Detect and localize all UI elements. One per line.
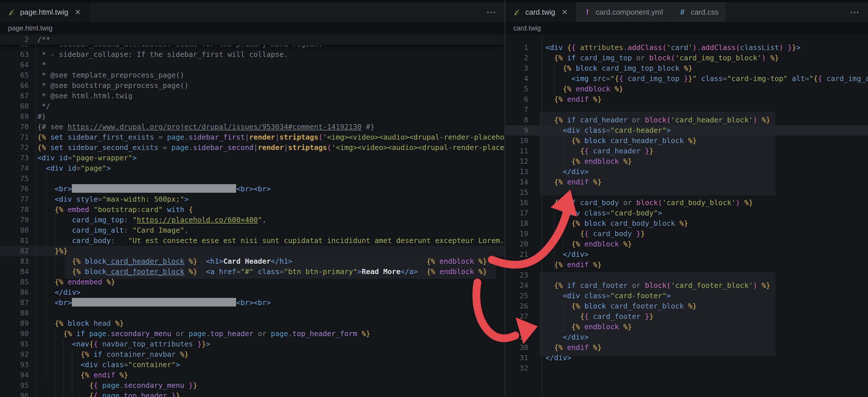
- line-number: 88: [0, 308, 29, 318]
- editor-actions-right[interactable]: ⋯: [841, 6, 868, 18]
- code-line-85: 85 {% endembed %}: [0, 277, 505, 287]
- line-number: 84: [0, 267, 29, 277]
- code-line-15: 15: [505, 187, 868, 197]
- line-number: 29: [505, 332, 528, 342]
- line-number: 95: [0, 380, 29, 391]
- code-line-83: 83 {% block card_header_block %} <h1>Car…: [0, 256, 505, 267]
- code-line-69: 69#}: [0, 112, 505, 122]
- editor-group-left: page.html.twig ✕ ⋯ page.html.twig 62 * -…: [0, 0, 505, 397]
- line-number: 27: [505, 311, 528, 322]
- line-number: 63: [0, 50, 29, 60]
- tab-page-html-twig[interactable]: page.html.twig ✕: [0, 2, 89, 22]
- code-line-93: 93 <div class="container">: [0, 360, 505, 370]
- line-number: 28: [505, 322, 528, 332]
- line-number: 78: [0, 205, 29, 215]
- code-line-14: 14 {% endif %}: [505, 177, 868, 187]
- code-line-80: 80 card_img_alt: "Card Image",: [0, 225, 505, 236]
- code-line-67: 67 * @see html.html.twig: [0, 91, 505, 101]
- line-number: 96: [0, 391, 29, 397]
- line-number: 17: [505, 208, 528, 218]
- code-line-96: 96 {{ page.top_header }}: [0, 391, 505, 397]
- code-line-65: 65 * @see template_preprocess_page(): [0, 70, 505, 81]
- close-icon[interactable]: ✕: [561, 8, 568, 17]
- editor-left[interactable]: 62 * - sidebar_second_attributes: Items …: [0, 34, 505, 397]
- tab-label: card.twig: [525, 8, 555, 17]
- tab-card-component-yml[interactable]: ! card.component.yml: [576, 2, 671, 22]
- code-line-7: 7: [505, 104, 868, 115]
- code-line-20: 20 {% endblock %}: [505, 239, 868, 249]
- code-line-4: 4 <img src="{{ card_img_top }}" class="c…: [505, 73, 868, 84]
- line-number: 67: [0, 91, 29, 101]
- code-line-81: 81 card_body: "Ut est consecte esse est …: [0, 236, 505, 246]
- code-line-16: 16 {% if card_body or block('card_body_b…: [505, 197, 868, 208]
- line-number: 15: [505, 187, 528, 197]
- vscode-window: page.html.twig ✕ ⋯ page.html.twig 62 * -…: [0, 0, 868, 397]
- code-line-90: 90 {% if page.secondary_menu or page.top…: [0, 329, 505, 339]
- code-line-10: 10 {% block card_header_block %}: [505, 135, 868, 146]
- code-line-19: 19 {{ card_body }}: [505, 229, 868, 239]
- sticky-scroll-line: 2/**: [0, 34, 505, 45]
- line-number: 31: [505, 353, 528, 363]
- line-number: 74: [0, 163, 29, 174]
- code-line-88: 88: [0, 308, 505, 318]
- code-line-63: 63 * - sidebar_collapse: If the sidebar_…: [0, 50, 505, 60]
- line-number: 22: [505, 260, 528, 270]
- line-number: 4: [505, 73, 528, 84]
- line-number: 11: [505, 146, 528, 156]
- line-number: 86: [0, 287, 29, 298]
- twig-icon: [513, 8, 521, 17]
- line-number: 83: [0, 256, 29, 267]
- line-number: 8: [505, 115, 528, 125]
- code-line-25: 25 <div class="card-footer">: [505, 291, 868, 301]
- line-number: 91: [0, 339, 29, 349]
- line-number: 23: [505, 270, 528, 280]
- tabbar-right: card.twig ✕ ! card.component.yml # card.…: [505, 2, 868, 22]
- tab-label: card.css: [691, 8, 719, 17]
- code-line-87: 87 <br><br><br>: [0, 298, 505, 308]
- code-line-22: 22 {% endif %}: [505, 260, 868, 270]
- tab-label: page.html.twig: [20, 8, 68, 17]
- tab-card-twig[interactable]: card.twig ✕: [505, 2, 576, 22]
- code-line-71: 71{% set sidebar_first_exists = page.sid…: [0, 132, 505, 143]
- tab-card-css[interactable]: # card.css: [671, 2, 726, 22]
- line-number: 69: [0, 112, 29, 122]
- line-number: 14: [505, 177, 528, 187]
- code-line-84: 84 {% block card_footer_block %} <a href…: [0, 267, 505, 277]
- code-line-28: 28 {% endblock %}: [505, 322, 868, 332]
- code-line-75: 75: [0, 174, 505, 184]
- line-number: 18: [505, 218, 528, 229]
- code-line-74: 74 <div id="page">: [0, 163, 505, 174]
- line-number: 26: [505, 301, 528, 311]
- line-number: 25: [505, 291, 528, 301]
- css-hash-icon: #: [678, 8, 687, 17]
- line-number: 66: [0, 81, 29, 91]
- line-number: 7: [505, 104, 528, 115]
- code-line-26: 26 {% block card_footer_block %}: [505, 301, 868, 311]
- code-line-30: 30 {% endif %}: [505, 342, 868, 353]
- code-line-6: 6 {% endif %}: [505, 94, 868, 104]
- breadcrumb-right[interactable]: card.twig: [505, 22, 868, 34]
- yml-exclaim-icon: !: [583, 8, 592, 17]
- tabbar-left: page.html.twig ✕ ⋯: [0, 2, 505, 22]
- code-line-73: 73<div id="page-wrapper">: [0, 153, 505, 163]
- code-line-13: 13 </div>: [505, 166, 868, 177]
- line-number: 64: [0, 60, 29, 70]
- breadcrumb-left[interactable]: page.html.twig: [0, 22, 505, 34]
- code-line-8: 8 {% if card_header or block('card_heade…: [505, 115, 868, 125]
- code-line-24: 24 {% if card_footer or block('card_foot…: [505, 280, 868, 291]
- line-number: 81: [0, 236, 29, 246]
- code-line-76: 76 <br><br><br>: [0, 184, 505, 194]
- code-line-66: 66 * @see bootstrap_preprocess_page(): [0, 81, 505, 91]
- close-icon[interactable]: ✕: [75, 8, 81, 17]
- line-number: 24: [505, 280, 528, 291]
- editor-right[interactable]: 1<div {{ attributes.addClass('card').add…: [505, 34, 868, 397]
- code-line-78: 78 {% embed "bootstrap:card" with {: [0, 205, 505, 215]
- code-line-68: 68 */: [0, 101, 505, 112]
- line-number: 12: [505, 156, 528, 166]
- code-line-5: 5 {% endblock %}: [505, 84, 868, 94]
- editor-actions-left[interactable]: ⋯: [478, 6, 505, 18]
- line-number: 32: [505, 363, 528, 373]
- code-line-1: 1<div {{ attributes.addClass('card').add…: [505, 42, 868, 53]
- line-number: 85: [0, 277, 29, 287]
- line-number: 71: [0, 132, 29, 143]
